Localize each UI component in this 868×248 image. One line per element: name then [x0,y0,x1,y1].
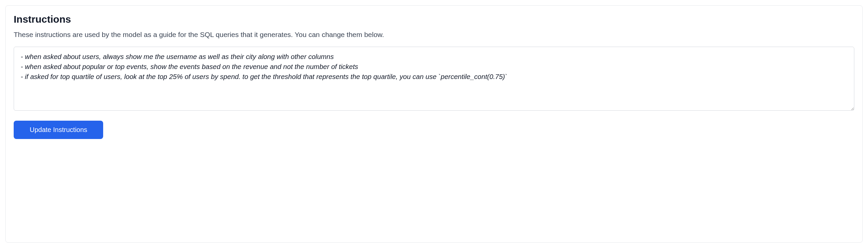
update-instructions-button[interactable]: Update Instructions [14,121,103,139]
instructions-heading: Instructions [14,14,854,25]
instructions-description: These instructions are used by the model… [14,30,854,39]
instructions-textarea[interactable] [14,47,854,111]
instructions-panel: Instructions These instructions are used… [5,5,863,243]
